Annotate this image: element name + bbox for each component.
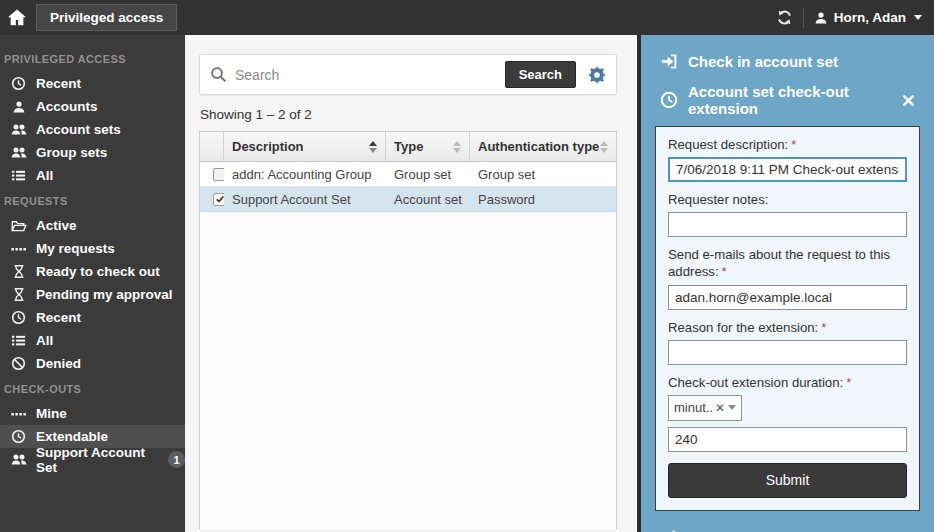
request-description-field[interactable] <box>668 157 907 182</box>
sort-icon <box>453 141 461 153</box>
sidebar-item-recent[interactable]: Recent <box>0 72 185 95</box>
user-menu[interactable]: Horn, Adan <box>814 10 922 25</box>
sort-asc-icon <box>369 141 377 153</box>
reason-label: Reason for the extension:* <box>668 319 907 336</box>
request-description-label: Request description:* <box>668 136 907 153</box>
account-set-check-out-extension-header[interactable]: Account set check-out extension <box>655 79 920 121</box>
results-count: Showing 1 – 2 of 2 <box>200 107 637 122</box>
header-checkbox-column <box>200 132 224 161</box>
topbar-divider <box>803 8 804 28</box>
requester-notes-label: Requester notes: <box>668 191 907 208</box>
chevron-down-icon <box>914 15 922 20</box>
sidebar-item-mine[interactable]: Mine <box>0 402 185 425</box>
row-checkbox[interactable] <box>213 193 224 206</box>
user-icon <box>10 100 27 114</box>
search-icon <box>210 66 227 83</box>
duration-unit-select[interactable]: minut... ✕ <box>668 395 742 421</box>
required-marker: * <box>722 264 727 279</box>
action-panel: Check in account set Account set check-o… <box>641 35 934 532</box>
duration-label: Check-out extension duration:* <box>668 374 907 391</box>
folder-open-icon <box>10 218 27 234</box>
row-checkbox[interactable] <box>213 168 224 181</box>
close-icon[interactable] <box>899 94 918 107</box>
results-table: Description Type Authentication type add… <box>199 131 617 529</box>
section-privileged-access: PRIVILEGED ACCESS <box>0 45 185 72</box>
refresh-icon[interactable] <box>776 9 793 26</box>
sort-icon <box>600 141 608 153</box>
home-icon <box>7 8 27 28</box>
sidebar-item-my-requests[interactable]: My requests <box>0 237 185 260</box>
email-field[interactable] <box>668 285 907 310</box>
hourglass-icon <box>10 264 27 279</box>
section-requests: REQUESTS <box>0 187 185 214</box>
randomize-password-action[interactable]: Randomize password <box>655 525 920 532</box>
user-icon <box>814 11 828 25</box>
check-in-account-set-action[interactable]: Check in account set <box>655 49 920 74</box>
sidebar-item-account-sets[interactable]: Account sets <box>0 118 185 141</box>
search-button[interactable]: Search <box>505 61 576 88</box>
sidebar-item-denied[interactable]: Denied <box>0 352 185 375</box>
clock-icon <box>10 310 27 325</box>
reason-field[interactable] <box>668 340 907 365</box>
list-icon <box>10 168 27 183</box>
column-header-type[interactable]: Type <box>386 132 470 161</box>
users-icon <box>10 122 27 138</box>
clock-icon <box>10 76 27 91</box>
submit-button[interactable]: Submit <box>668 463 907 498</box>
table-row[interactable]: Support Account Set Account set Password <box>200 187 616 212</box>
main-content: Search Showing 1 – 2 of 2 Description Ty… <box>185 35 637 532</box>
clear-selection-icon[interactable]: ✕ <box>715 402 725 414</box>
hourglass-icon <box>10 287 27 302</box>
top-bar: Privileged access Horn, Adan <box>0 0 934 35</box>
email-label: Send e-mails about the request to this a… <box>668 246 907 280</box>
dots-icon <box>10 241 27 257</box>
clock-icon <box>659 91 678 109</box>
user-name: Horn, Adan <box>834 10 906 25</box>
table-header: Description Type Authentication type <box>200 132 616 162</box>
check-out-extension-form: Request description:* Requester notes: S… <box>655 126 920 511</box>
duration-amount-field[interactable] <box>668 427 907 452</box>
sign-in-icon <box>659 53 678 70</box>
chevron-down-icon <box>728 405 736 410</box>
sidebar-item-active[interactable]: Active <box>0 214 185 237</box>
search-input[interactable] <box>235 67 505 83</box>
sidebar-item-recent-requests[interactable]: Recent <box>0 306 185 329</box>
section-check-outs: CHECK-OUTS <box>0 375 185 402</box>
users-icon <box>10 452 27 468</box>
sidebar-item-support-account-set[interactable]: Support Account Set 1 <box>0 448 185 471</box>
gear-icon[interactable] <box>588 66 606 84</box>
required-marker: * <box>821 320 826 335</box>
sidebar-item-ready-to-check-out[interactable]: Ready to check out <box>0 260 185 283</box>
sidebar: PRIVILEGED ACCESS Recent Accounts Accoun… <box>0 35 185 532</box>
users-icon <box>10 145 27 161</box>
sidebar-item-all-requests[interactable]: All <box>0 329 185 352</box>
dots-icon <box>10 406 27 422</box>
table-row[interactable]: addn: Accounting Group Group set Group s… <box>200 162 616 187</box>
home-button[interactable] <box>0 8 34 28</box>
sidebar-item-group-sets[interactable]: Group sets <box>0 141 185 164</box>
requester-notes-field[interactable] <box>668 212 907 237</box>
list-icon <box>10 333 27 348</box>
clock-icon <box>10 429 27 444</box>
count-badge: 1 <box>168 451 185 468</box>
required-marker: * <box>791 137 796 152</box>
sidebar-item-all[interactable]: All <box>0 164 185 187</box>
column-header-description[interactable]: Description <box>224 132 386 161</box>
required-marker: * <box>846 375 851 390</box>
search-bar: Search <box>199 54 617 95</box>
ban-icon <box>10 356 27 371</box>
privileged-access-button[interactable]: Privileged access <box>36 4 177 31</box>
sidebar-item-accounts[interactable]: Accounts <box>0 95 185 118</box>
sidebar-item-pending-my-approval[interactable]: Pending my approval <box>0 283 185 306</box>
column-header-authentication-type[interactable]: Authentication type <box>470 132 616 161</box>
